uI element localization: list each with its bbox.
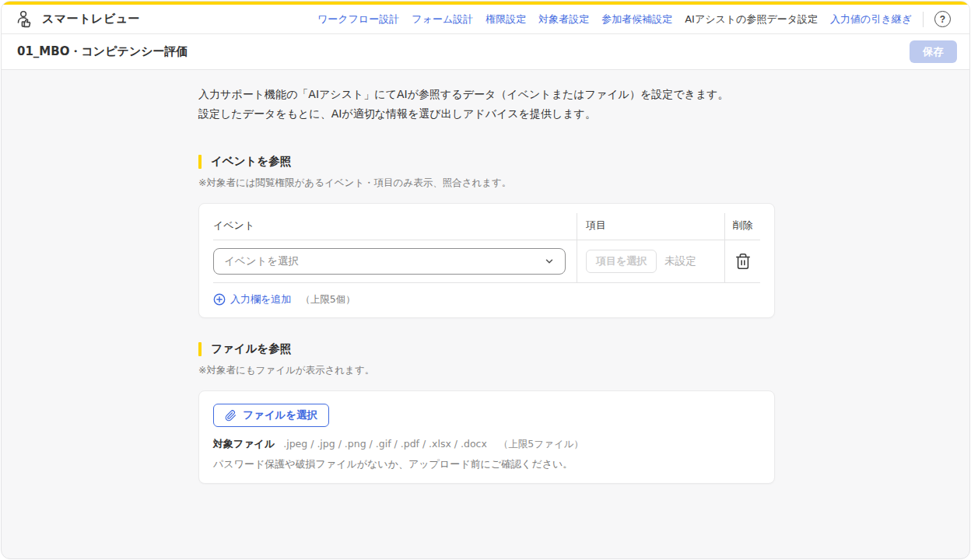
nav-ai-assist-reference-data[interactable]: AIアシストの参照データ設定 xyxy=(685,12,818,26)
item-status-text: 未設定 xyxy=(664,254,696,268)
intro-text: 入力サポート機能の「AIアシスト」にてAIが参照するデータ（イベントまたはファイ… xyxy=(198,85,775,124)
file-section-heading-text: ファイルを参照 xyxy=(211,341,291,356)
file-section-heading: ファイルを参照 xyxy=(198,341,775,356)
nav-participant-candidate-settings[interactable]: 参加者候補設定 xyxy=(601,12,672,26)
target-file-label: 対象ファイル xyxy=(213,437,275,451)
app-name: スマートレビュー xyxy=(42,12,140,26)
table-row-event-cell: イベントを選択 xyxy=(213,240,577,283)
section-accent-bar xyxy=(198,342,202,356)
chevron-down-icon xyxy=(544,256,555,267)
plus-circle-icon xyxy=(213,293,226,306)
title-bar: 01_MBO・コンピテンシー評価 保存 xyxy=(2,34,969,70)
nav-form-design[interactable]: フォーム設計 xyxy=(412,12,473,26)
event-section-note: ※対象者には閲覧権限があるイベント・項目のみ表示、照合されます。 xyxy=(198,177,775,190)
event-select-placeholder: イベントを選択 xyxy=(224,254,299,268)
table-row-delete-cell xyxy=(725,240,760,283)
file-reference-card: ファイルを選択 対象ファイル .jpeg / .jpg / .png / .gi… xyxy=(198,390,775,484)
nav-permission-settings[interactable]: 権限設定 xyxy=(486,12,526,26)
intro-line-2: 設定したデータをもとに、AIが適切な情報を選び出しアドバイスを提供します。 xyxy=(198,107,596,120)
section-accent-bar xyxy=(198,155,202,169)
main-nav: ワークフロー設計 フォーム設計 権限設定 対象者設定 参加者候補設定 AIアシス… xyxy=(317,12,912,26)
upload-warning-text: パスワード保護や破損ファイルがないか、アップロード前にご確認ください。 xyxy=(213,457,760,471)
file-section-note: ※対象者にもファイルが表示されます。 xyxy=(198,364,775,377)
paperclip-icon xyxy=(225,410,237,422)
table-row-item-cell: 項目を選択 未設定 xyxy=(577,240,725,283)
file-select-button-label: ファイルを選択 xyxy=(243,408,317,422)
header-divider xyxy=(923,12,924,27)
app-logo-icon xyxy=(16,9,35,29)
target-file-line: 対象ファイル .jpeg / .jpg / .png / .gif / .pdf… xyxy=(213,437,760,451)
delete-row-button[interactable] xyxy=(733,251,753,271)
main-area: 入力サポート機能の「AIアシスト」にてAIが参照するデータ（イベントまたはファイ… xyxy=(2,70,969,558)
event-reference-card: イベント 項目 削除 イベントを選択 xyxy=(198,203,775,318)
file-reference-section: ファイルを参照 ※対象者にもファイルが表示されます。 ファイルを選択 対象ファイ… xyxy=(198,341,775,484)
add-input-field-link[interactable]: 入力欄を追加 xyxy=(213,292,291,306)
nav-target-settings[interactable]: 対象者設定 xyxy=(538,12,589,26)
item-select-button[interactable]: 項目を選択 xyxy=(586,250,657,273)
target-file-limit: （上限5ファイル） xyxy=(499,438,584,451)
column-header-delete: 削除 xyxy=(725,213,760,240)
column-header-item: 項目 xyxy=(577,213,725,240)
brand: スマートレビュー xyxy=(16,9,140,29)
event-select[interactable]: イベントを選択 xyxy=(213,248,566,275)
app-window: スマートレビュー ワークフロー設計 フォーム設計 権限設定 対象者設定 参加者候… xyxy=(1,1,970,559)
save-button[interactable]: 保存 xyxy=(910,40,957,63)
target-file-formats: .jpeg / .jpg / .png / .gif / .pdf / .xls… xyxy=(283,438,487,450)
page-title: 01_MBO・コンピテンシー評価 xyxy=(17,44,188,59)
event-reference-section: イベントを参照 ※対象者には閲覧権限があるイベント・項目のみ表示、照合されます。… xyxy=(198,154,775,318)
add-row: 入力欄を追加 （上限5個） xyxy=(213,292,760,306)
content-column: 入力サポート機能の「AIアシスト」にてAIが参照するデータ（イベントまたはファイ… xyxy=(198,70,775,484)
trash-icon xyxy=(734,253,752,270)
help-icon[interactable]: ? xyxy=(934,11,951,27)
app-header: スマートレビュー ワークフロー設計 フォーム設計 権限設定 対象者設定 参加者候… xyxy=(2,5,969,34)
event-section-heading-text: イベントを参照 xyxy=(211,154,291,169)
nav-input-value-carryover[interactable]: 入力値の引き継ぎ xyxy=(830,12,912,26)
event-section-heading: イベントを参照 xyxy=(198,154,775,169)
add-limit-text: （上限5個） xyxy=(300,293,355,306)
nav-workflow-design[interactable]: ワークフロー設計 xyxy=(317,12,399,26)
file-select-button[interactable]: ファイルを選択 xyxy=(213,404,329,427)
column-header-event: イベント xyxy=(213,213,577,240)
event-reference-table: イベント 項目 削除 イベントを選択 xyxy=(213,213,760,283)
add-input-field-label: 入力欄を追加 xyxy=(230,292,291,306)
intro-line-1: 入力サポート機能の「AIアシスト」にてAIが参照するデータ（イベントまたはファイ… xyxy=(198,88,729,100)
